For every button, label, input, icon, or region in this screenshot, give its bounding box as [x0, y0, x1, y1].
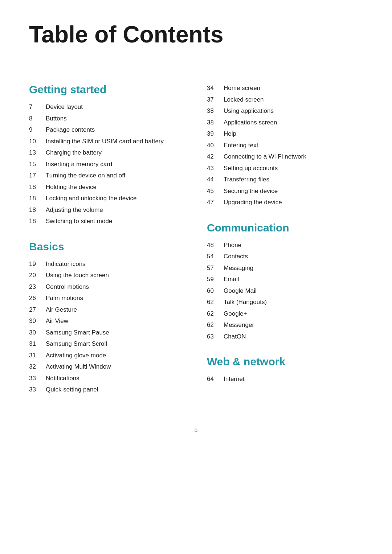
toc-num: 42 — [207, 152, 224, 161]
list-item: 18 Switching to silent mode — [29, 217, 185, 226]
getting-started-continued-list: 34 Home screen 37 Locked screen 38 Using… — [207, 83, 363, 207]
list-item: 40 Entering text — [207, 141, 363, 150]
toc-text: Contacts — [224, 252, 248, 261]
toc-num: 59 — [207, 275, 224, 284]
toc-text: ChatON — [224, 332, 246, 341]
page-footer: 5 — [29, 427, 363, 434]
section-heading-web-network: Web & network — [207, 356, 363, 368]
web-network-list: 64 Internet — [207, 374, 363, 384]
toc-text: Package contents — [46, 125, 95, 135]
list-item: 63 ChatON — [207, 332, 363, 341]
list-item: 8 Buttons — [29, 114, 185, 123]
toc-num: 27 — [29, 305, 46, 315]
toc-num: 39 — [207, 129, 224, 139]
list-item: 62 Talk (Hangouts) — [207, 297, 363, 307]
toc-text: Connecting to a Wi-Fi network — [224, 152, 306, 161]
list-item: 54 Contacts — [207, 252, 363, 261]
list-item: 7 Device layout — [29, 102, 185, 112]
toc-num: 44 — [207, 175, 224, 184]
toc-num: 26 — [29, 294, 46, 303]
list-item: 62 Google+ — [207, 309, 363, 319]
toc-text: Notifications — [46, 374, 79, 383]
toc-num: 48 — [207, 241, 224, 250]
toc-text: Charging the battery — [46, 148, 102, 157]
toc-text: Turning the device on and off — [46, 171, 125, 180]
list-item: 38 Applications screen — [207, 118, 363, 127]
toc-text: Internet — [224, 374, 245, 384]
toc-num: 33 — [29, 385, 46, 394]
toc-text: Holding the device — [46, 182, 97, 192]
toc-text: Palm motions — [46, 294, 83, 303]
toc-num: 38 — [207, 118, 224, 127]
toc-num: 31 — [29, 339, 46, 349]
toc-text: Messaging — [224, 263, 253, 273]
left-column: Getting started 7 Device layout 8 Button… — [29, 69, 185, 405]
toc-text: Device layout — [46, 102, 83, 112]
toc-num: 32 — [29, 362, 46, 372]
list-item: 9 Package contents — [29, 125, 185, 135]
list-item: 39 Help — [207, 129, 363, 139]
list-item: 17 Turning the device on and off — [29, 171, 185, 180]
toc-num: 19 — [29, 259, 46, 269]
toc-text: Quick setting panel — [46, 385, 98, 394]
right-column: 34 Home screen 37 Locked screen 38 Using… — [207, 69, 363, 405]
list-item: 42 Connecting to a Wi-Fi network — [207, 152, 363, 161]
toc-text: Adjusting the volume — [46, 205, 103, 215]
toc-text: Control motions — [46, 282, 89, 292]
list-item: 43 Setting up accounts — [207, 164, 363, 173]
toc-num: 47 — [207, 198, 224, 207]
section-heading-getting-started: Getting started — [29, 83, 185, 96]
toc-text: Air View — [46, 316, 68, 326]
toc-num: 13 — [29, 148, 46, 157]
list-item: 34 Home screen — [207, 83, 363, 93]
list-item: 23 Control motions — [29, 282, 185, 292]
toc-text: Email — [224, 275, 239, 284]
toc-text: Securing the device — [224, 186, 278, 196]
communication-list: 48 Phone 54 Contacts 57 Messaging 59 Ema… — [207, 241, 363, 341]
list-item: 13 Charging the battery — [29, 148, 185, 157]
toc-num: 23 — [29, 282, 46, 292]
list-item: 26 Palm motions — [29, 294, 185, 303]
toc-text: Indicator icons — [46, 259, 86, 269]
toc-num: 45 — [207, 186, 224, 196]
toc-num: 63 — [207, 332, 224, 341]
toc-text: Applications screen — [224, 118, 277, 127]
toc-text: Home screen — [224, 83, 260, 93]
toc-text: Entering text — [224, 141, 258, 150]
toc-num: 17 — [29, 171, 46, 180]
list-item: 64 Internet — [207, 374, 363, 384]
toc-num: 18 — [29, 217, 46, 226]
list-item: 45 Securing the device — [207, 186, 363, 196]
section-heading-communication: Communication — [207, 222, 363, 234]
list-item: 31 Activating glove mode — [29, 351, 185, 360]
list-item: 60 Google Mail — [207, 286, 363, 296]
list-item: 62 Messenger — [207, 320, 363, 330]
toc-num: 7 — [29, 102, 46, 112]
list-item: 19 Indicator icons — [29, 259, 185, 269]
toc-num: 18 — [29, 205, 46, 215]
list-item: 30 Samsung Smart Pause — [29, 328, 185, 337]
toc-num: 18 — [29, 194, 46, 203]
toc-text: Help — [224, 129, 236, 139]
list-item: 18 Locking and unlocking the device — [29, 194, 185, 203]
toc-num: 10 — [29, 137, 46, 146]
toc-text: Locking and unlocking the device — [46, 194, 136, 203]
toc-num: 8 — [29, 114, 46, 123]
toc-text: Transferring files — [224, 175, 269, 184]
list-item: 30 Air View — [29, 316, 185, 326]
toc-num: 30 — [29, 328, 46, 337]
list-item: 59 Email — [207, 275, 363, 284]
list-item: 20 Using the touch screen — [29, 271, 185, 280]
toc-text: Google Mail — [224, 286, 257, 296]
page-number: 5 — [195, 427, 198, 433]
toc-num: 15 — [29, 160, 46, 169]
toc-text: Inserting a memory card — [46, 160, 112, 169]
toc-num: 31 — [29, 351, 46, 360]
toc-text: Google+ — [224, 309, 247, 319]
toc-text: Using the touch screen — [46, 271, 109, 280]
toc-text: Locked screen — [224, 95, 264, 104]
toc-num: 34 — [207, 83, 224, 93]
toc-columns: Getting started 7 Device layout 8 Button… — [29, 69, 363, 405]
getting-started-list: 7 Device layout 8 Buttons 9 Package cont… — [29, 102, 185, 226]
toc-num: 54 — [207, 252, 224, 261]
